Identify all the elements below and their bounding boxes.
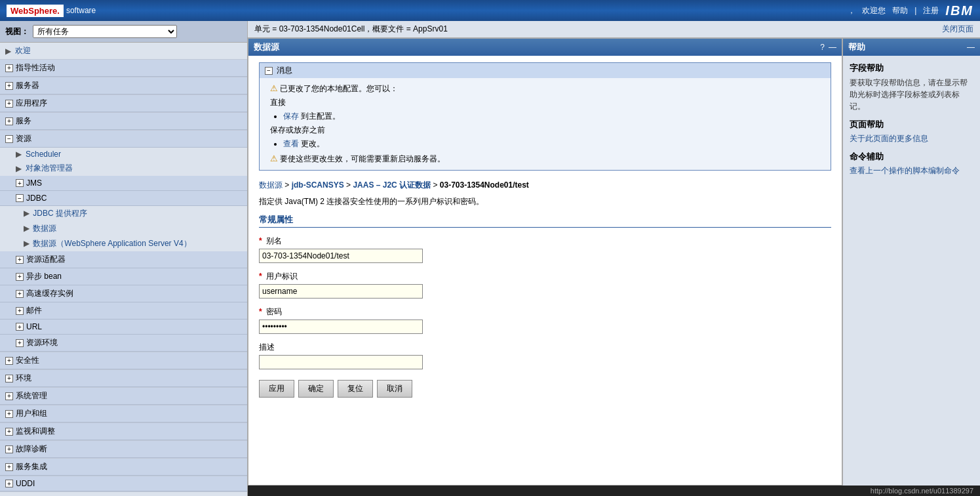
- bullet-icon: ▶: [16, 150, 22, 159]
- warn1-text: 已更改了您的本地配置。您可以：: [280, 84, 398, 93]
- panel-title: 数据源: [254, 41, 279, 53]
- sidebar-item-env[interactable]: + 环境: [0, 370, 247, 387]
- form-group-password: * 密码: [259, 306, 831, 334]
- sidebar-item-svc-int[interactable]: + 服务集成: [0, 459, 247, 476]
- async-bean-label: 异步 bean: [26, 271, 62, 282]
- sidebar-item-jdbc-provider[interactable]: ▶ JDBC 提供程序: [0, 206, 247, 221]
- sidebar-item-welcome[interactable]: ▶ 欢迎: [0, 43, 247, 59]
- sidebar-group-sysadmin: + 系统管理: [0, 388, 247, 405]
- sidebar-item-jms[interactable]: + JMS: [0, 176, 247, 191]
- required-star: *: [259, 307, 262, 316]
- sidebar-item-server[interactable]: + 服务器: [0, 77, 247, 94]
- footer: http://blog.csdn.net/u011389297: [248, 486, 980, 496]
- sidebar-group-resource: − 资源 ▶ Scheduler ▶ 对象池管理器 + JMS − JDBC: [0, 131, 247, 352]
- sidebar-item-mail[interactable]: + 邮件: [0, 302, 247, 320]
- section-title: 常规属性: [259, 214, 831, 228]
- sidebar-item-users[interactable]: + 用户和组: [0, 405, 247, 423]
- sidebar-group-service: + 服务: [0, 113, 247, 131]
- required-star: *: [259, 272, 262, 281]
- websphere-logo: WebSphere.: [7, 5, 64, 17]
- sidebar-item-objpool[interactable]: ▶ 对象池管理器: [0, 161, 247, 176]
- sidebar-group-guide: + 指导性活动: [0, 60, 247, 77]
- page-description: 指定供 Java(TM) 2 连接器安全性使用的一系列用户标识和密码。: [259, 196, 831, 207]
- view-selector: 视图： 所有任务: [0, 21, 247, 43]
- sidebar-item-url[interactable]: + URL: [0, 320, 247, 335]
- sidebar-group-welcome: ▶ 欢迎: [0, 43, 247, 60]
- command-link[interactable]: 查看上一个操作的脚本编制命令: [850, 166, 960, 175]
- save-suffix: 到主配置。: [301, 112, 340, 121]
- bullet-icon: ▶: [5, 47, 11, 56]
- sidebar-item-cache[interactable]: + 高速缓存实例: [0, 285, 247, 302]
- password-label-text: 密码: [266, 307, 282, 316]
- review-link[interactable]: 查看: [283, 139, 299, 148]
- datasource-v4-link[interactable]: 数据源（WebSphere Application Server V4）: [33, 239, 191, 248]
- path-arrow1: >: [284, 180, 291, 190]
- help-minimize-icon[interactable]: —: [967, 43, 975, 52]
- sidebar-item-res-env[interactable]: + 资源环境: [0, 335, 247, 352]
- path-datasource-link[interactable]: 数据源: [259, 180, 283, 190]
- cancel-button[interactable]: 取消: [377, 380, 412, 398]
- sidebar-item-scheduler[interactable]: ▶ Scheduler: [0, 148, 247, 161]
- guide-label: 指导性活动: [16, 62, 55, 73]
- desc-input[interactable]: [259, 355, 423, 369]
- sidebar-item-jdbc[interactable]: − JDBC: [0, 191, 247, 206]
- content-area: 单元 = 03-703-1354Node01Cell，概要文件 = AppSrv…: [248, 21, 980, 496]
- close-page-link[interactable]: 关闭页面: [942, 24, 973, 35]
- uddi-label: UDDI: [16, 479, 35, 488]
- minimize-icon[interactable]: —: [829, 43, 836, 52]
- field-help-text: 要获取字段帮助信息，请在显示帮助光标时选择字段标签或列表标记。: [850, 77, 973, 112]
- sidebar-item-datasource-v4[interactable]: ▶ 数据源（WebSphere Application Server V4）: [0, 236, 247, 251]
- datasource-link[interactable]: 数据源: [33, 224, 56, 233]
- monitor-label: 监视和调整: [16, 426, 55, 437]
- ok-button[interactable]: 确定: [298, 380, 334, 398]
- page-help-link[interactable]: 关于此页面的更多信息: [850, 134, 928, 143]
- sidebar-item-resource[interactable]: − 资源: [0, 131, 247, 148]
- bullet-icon: ▶: [24, 239, 29, 248]
- sidebar-item-app[interactable]: + 应用程序: [0, 95, 247, 112]
- userid-label-text: 用户标识: [266, 272, 298, 281]
- save-link[interactable]: 保存: [283, 112, 299, 121]
- sidebar-item-async-bean[interactable]: + 异步 bean: [0, 268, 247, 285]
- question-icon[interactable]: ?: [820, 43, 825, 52]
- bullet-icon: ▶: [24, 224, 29, 233]
- review-suffix: 更改。: [301, 139, 324, 148]
- main-panel: 数据源 ? — − 消息 ⚠: [248, 38, 842, 486]
- plus-icon: +: [5, 357, 13, 365]
- page-path: 数据源 > jdb-SCANSYS > JAAS – J2C 认证数据 > 03…: [259, 180, 831, 191]
- register-link[interactable]: 注册: [923, 5, 939, 16]
- alias-input[interactable]: [259, 249, 423, 263]
- path-jaas-link[interactable]: JAAS – J2C 认证数据: [353, 180, 431, 190]
- plus-icon: +: [16, 179, 24, 187]
- sidebar-item-sysadmin[interactable]: + 系统管理: [0, 388, 247, 405]
- password-input[interactable]: [259, 320, 423, 334]
- scheduler-link[interactable]: Scheduler: [26, 150, 61, 159]
- websphere-text: WebSphere.: [10, 6, 60, 16]
- objpool-link[interactable]: 对象池管理器: [26, 163, 73, 174]
- view-select[interactable]: 所有任务: [33, 25, 177, 38]
- plus-icon: +: [16, 323, 24, 331]
- resource-adapter-label: 资源适配器: [26, 254, 66, 265]
- sidebar-item-security[interactable]: + 安全性: [0, 352, 247, 369]
- sidebar-item-monitor[interactable]: + 监视和调整: [0, 423, 247, 440]
- warn-icon-1: ⚠: [270, 83, 278, 93]
- sidebar-item-service[interactable]: + 服务: [0, 113, 247, 130]
- sidebar-item-resource-adapter[interactable]: + 资源适配器: [0, 251, 247, 268]
- sidebar-item-uddi[interactable]: + UDDI: [0, 476, 247, 491]
- reset-button[interactable]: 复位: [338, 380, 373, 398]
- userid-input[interactable]: [259, 284, 423, 299]
- sidebar-item-guide[interactable]: + 指导性活动: [0, 60, 247, 77]
- jdbc-provider-link[interactable]: JDBC 提供程序: [33, 209, 87, 218]
- sidebar-item-datasource[interactable]: ▶ 数据源: [0, 221, 247, 236]
- software-label: software: [66, 6, 96, 15]
- apply-button[interactable]: 应用: [259, 380, 294, 398]
- plus-icon: +: [5, 82, 13, 90]
- before-text: 保存或放弃之前: [270, 125, 820, 136]
- welcome-link[interactable]: 欢迎: [15, 45, 31, 56]
- help-link[interactable]: 帮助: [892, 5, 908, 16]
- path-jdb-link[interactable]: jdb-SCANSYS: [292, 180, 344, 190]
- message-box-header[interactable]: − 消息: [260, 63, 831, 78]
- warn-icon-2: ⚠: [270, 154, 278, 163]
- plus-icon: +: [16, 256, 24, 264]
- sidebar-item-fault[interactable]: + 故障诊断: [0, 441, 247, 458]
- header-right: ， 欢迎您 帮助 | 注册 IBM: [848, 3, 973, 18]
